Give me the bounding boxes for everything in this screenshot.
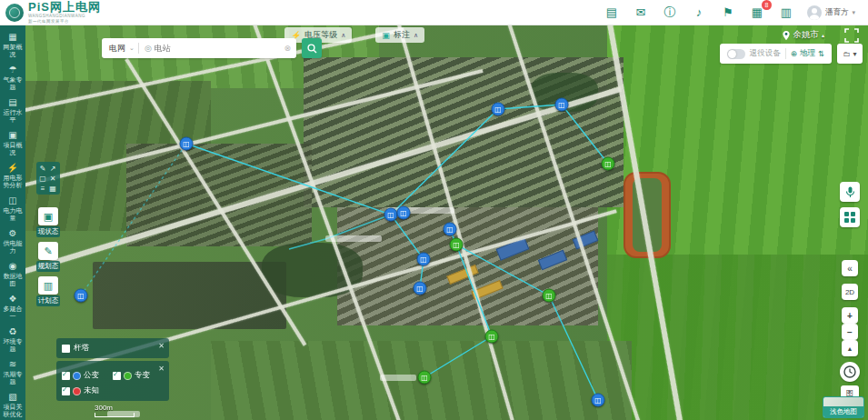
public-transformer-marker[interactable]: ◫ bbox=[555, 98, 569, 112]
dedicated-transformer-marker[interactable]: ◫ bbox=[602, 157, 615, 171]
apps-grid-button[interactable] bbox=[840, 207, 860, 227]
legend-section-tower: 杆塔 ✕ bbox=[56, 338, 169, 358]
state-button-3[interactable]: ▥计划态 bbox=[35, 276, 62, 306]
public-transformer-marker[interactable]: ◫ bbox=[384, 208, 398, 222]
public-transformer-marker[interactable]: ◫ bbox=[180, 137, 194, 151]
search-button[interactable] bbox=[302, 38, 322, 58]
legend-checkbox[interactable] bbox=[62, 372, 70, 380]
chevron-up-icon: ∧ bbox=[414, 32, 418, 39]
search-category-select[interactable]: 电网 bbox=[102, 43, 129, 55]
sidebar-item[interactable]: ⚙ 供电能力 bbox=[0, 225, 25, 258]
chevron-down-icon: ▾ bbox=[853, 50, 856, 58]
voice-search-button[interactable] bbox=[840, 182, 860, 202]
notification-badge: 8 bbox=[762, 0, 772, 10]
public-transformer-marker[interactable]: ◫ bbox=[492, 103, 505, 116]
palette-tool-icon[interactable]: ≡ bbox=[38, 184, 47, 193]
legend-checkbox[interactable] bbox=[113, 372, 121, 380]
public-transformer-marker[interactable]: ◫ bbox=[414, 282, 427, 295]
sidebar-item[interactable]: ▧ 项目关联优化 bbox=[0, 389, 25, 420]
public-transformer-marker[interactable]: ◫ bbox=[397, 206, 411, 220]
legend-item[interactable]: 未知 bbox=[62, 385, 113, 396]
user-menu[interactable]: 潘育方 ▾ bbox=[807, 5, 855, 20]
header-icon[interactable]: ⓘ bbox=[662, 5, 678, 21]
sidebar-item-label: 数据地图 bbox=[0, 273, 25, 287]
public-transformer-marker[interactable]: ◫ bbox=[444, 223, 457, 236]
dedicated-transformer-marker[interactable]: ◫ bbox=[485, 330, 499, 344]
dedicated-transformer-marker[interactable]: ◫ bbox=[543, 289, 556, 303]
sidebar-item[interactable]: ⚡ 用电形势分析 bbox=[0, 160, 25, 193]
header-icon[interactable]: ⚑ bbox=[720, 5, 736, 21]
legend-color-dot bbox=[124, 372, 132, 380]
state-button-1[interactable]: ▣现状态 bbox=[35, 207, 62, 237]
header-icon-glyph: ✉ bbox=[636, 5, 646, 19]
chevron-up-icon: ∧ bbox=[341, 32, 345, 39]
clear-icon[interactable]: ⊗ bbox=[284, 44, 296, 53]
state-button-icon: ▣ bbox=[38, 207, 58, 225]
palette-tool-icon[interactable]: ↗ bbox=[48, 164, 57, 173]
header-icon[interactable]: ♪ bbox=[691, 5, 707, 21]
app-logo: PiS网上电网 WANGSHANGDIANWANG 新一代电网发展平台 bbox=[0, 1, 101, 24]
tower-checkbox[interactable] bbox=[62, 345, 70, 353]
legend-item[interactable]: 专变 bbox=[113, 370, 164, 381]
header-icon[interactable]: ▤ bbox=[604, 5, 620, 21]
header-icon[interactable]: ✉ bbox=[633, 5, 649, 21]
sidebar-item[interactable]: ≋ 汛期专题 bbox=[0, 356, 25, 389]
search-input[interactable] bbox=[155, 44, 284, 53]
retired-equipment-toggle[interactable] bbox=[727, 49, 745, 59]
sidebar-item[interactable]: ◫ 电力电量 bbox=[0, 193, 25, 225]
sidebar-item[interactable]: ☂ 气象专题 bbox=[0, 62, 25, 95]
retired-equipment-label: 退役设备 bbox=[750, 48, 781, 59]
public-transformer-marker[interactable]: ◫ bbox=[417, 253, 431, 266]
state-button-label: 计划态 bbox=[36, 295, 61, 306]
legend-checkbox[interactable] bbox=[62, 387, 70, 395]
palette-tool-icon[interactable]: ✎ bbox=[38, 164, 47, 173]
collapse-panel-button[interactable]: « bbox=[842, 260, 858, 276]
sidebar-item[interactable]: ❖ 多规合一 bbox=[0, 291, 25, 324]
map-canvas[interactable]: ◫◫◫◫◫◫◫◫◫◫◫◫◫◫◫ ⚡ 电压等级 ∧ ▣ 标注 ∧ 电网 ⌄ ◎ ⊗… bbox=[25, 25, 868, 420]
state-button-2[interactable]: ✎规划态 bbox=[35, 242, 62, 272]
header-icon[interactable]: ▦ 8 bbox=[749, 5, 765, 21]
zoom-in-button[interactable]: + bbox=[842, 307, 858, 324]
palette-tool-icon[interactable]: ▢ bbox=[38, 174, 47, 183]
legend-item[interactable]: 公变 bbox=[62, 370, 113, 381]
history-button[interactable] bbox=[840, 362, 860, 382]
palette-tool-icon[interactable]: ✕ bbox=[48, 174, 57, 183]
sidebar-item-icon: ▣ bbox=[8, 130, 16, 141]
sidebar-item[interactable]: ▣ 项目概况 bbox=[0, 127, 25, 160]
map-layers-dropdown[interactable]: 🗀 ▾ bbox=[837, 44, 863, 64]
legend-item-label: 专变 bbox=[135, 370, 150, 381]
sidebar-item[interactable]: ▤ 运行水平 bbox=[0, 95, 25, 127]
map-style-switcher[interactable]: 浅色地图 bbox=[823, 396, 864, 418]
sidebar-item[interactable]: ◉ 数据地图 bbox=[0, 258, 25, 291]
city-selector[interactable]: 余姚市 ▴ bbox=[783, 29, 824, 41]
minus-icon: − bbox=[847, 327, 853, 337]
annotation-dropdown[interactable]: ▣ 标注 ∧ bbox=[375, 27, 424, 43]
palette-tool-icon[interactable]: ▦ bbox=[48, 184, 57, 193]
sidebar-item[interactable]: ▦ 网架概况 bbox=[0, 29, 25, 62]
fullscreen-button[interactable] bbox=[844, 28, 859, 43]
close-icon[interactable]: ✕ bbox=[158, 342, 165, 350]
header-icon[interactable]: ▥ bbox=[778, 5, 794, 21]
sidebar-item-label: 用电形势分析 bbox=[0, 175, 25, 189]
sidebar-item-icon: ▦ bbox=[8, 32, 16, 43]
legend-panel: 杆塔 ✕ ✕ 公变 专变 未知 bbox=[56, 338, 169, 404]
sidebar-item-label: 多规合一 bbox=[0, 305, 25, 320]
geo-mode-switch[interactable]: ⊕ 地理 ⇅ bbox=[791, 48, 824, 59]
app-subtitle: 新一代电网发展平台 bbox=[28, 20, 101, 25]
zoom-out-button[interactable]: − bbox=[842, 324, 858, 340]
location-pin-icon bbox=[783, 31, 790, 40]
header-icon-glyph: ▤ bbox=[606, 5, 617, 19]
sidebar-item[interactable]: ♻ 环境专题 bbox=[0, 324, 25, 356]
public-transformer-marker[interactable]: ◫ bbox=[75, 289, 88, 303]
swap-icon: ⇅ bbox=[818, 49, 824, 58]
legend-item-label: 未知 bbox=[84, 385, 99, 396]
dedicated-transformer-marker[interactable]: ◫ bbox=[450, 238, 464, 252]
2d-mode-button[interactable]: 2D bbox=[842, 284, 858, 300]
sidebar-item-icon: ▧ bbox=[8, 392, 16, 403]
locate-button[interactable]: ▲ bbox=[842, 340, 858, 356]
close-icon[interactable]: ✕ bbox=[158, 365, 165, 373]
sidebar-item-label: 电力电量 bbox=[0, 207, 25, 222]
chevron-up-icon: ▴ bbox=[822, 32, 824, 38]
dedicated-transformer-marker[interactable]: ◫ bbox=[418, 371, 432, 385]
public-transformer-marker[interactable]: ◫ bbox=[592, 394, 605, 407]
